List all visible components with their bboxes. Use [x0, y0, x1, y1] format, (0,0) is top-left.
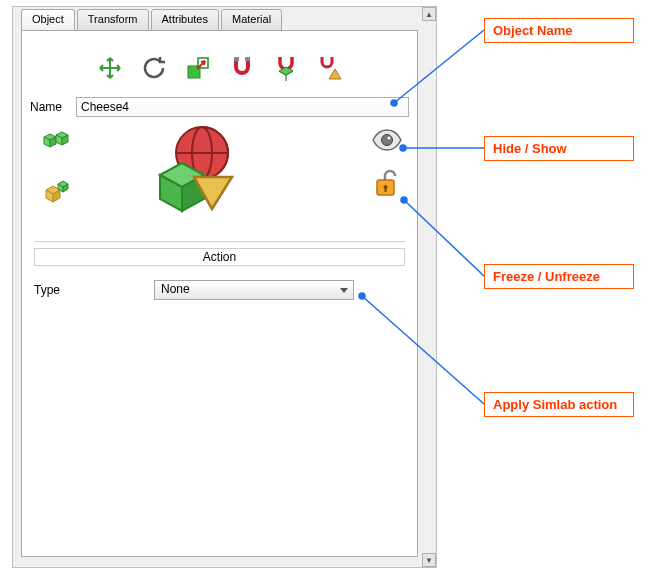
- move-icon[interactable]: [95, 53, 125, 83]
- svg-rect-3: [245, 57, 250, 61]
- eye-icon[interactable]: [371, 129, 403, 154]
- action-type-label: Type: [34, 283, 144, 297]
- snap-align-icon[interactable]: [315, 53, 345, 83]
- object-thumbnail: [140, 123, 260, 226]
- svg-point-7: [388, 137, 391, 140]
- svg-rect-2: [234, 57, 239, 61]
- divider: [34, 241, 405, 242]
- tab-attributes[interactable]: Attributes: [151, 9, 219, 31]
- transform-toolbar: [30, 39, 409, 91]
- action-type-value: None: [161, 282, 190, 296]
- rotate-icon[interactable]: [139, 53, 169, 83]
- callout-apply-action: Apply Simlab action: [484, 392, 634, 417]
- snap-icon[interactable]: [227, 53, 257, 83]
- scroll-up-button[interactable]: ▲: [422, 7, 436, 21]
- explode-icon[interactable]: [40, 178, 74, 211]
- snap-object-icon[interactable]: [271, 53, 301, 83]
- svg-point-6: [382, 135, 393, 146]
- tab-content: Name: [21, 30, 418, 557]
- tab-material[interactable]: Material: [221, 9, 282, 31]
- lock-icon[interactable]: [373, 168, 401, 201]
- svg-rect-10: [385, 187, 387, 192]
- name-label: Name: [30, 100, 70, 114]
- callout-freeze: Freeze / Unfreeze: [484, 264, 634, 289]
- object-preview-area: [30, 127, 409, 235]
- callout-hide-show: Hide / Show: [484, 136, 634, 161]
- tab-bar: Object Transform Attributes Material: [21, 9, 284, 31]
- action-type-row: Type None: [30, 266, 409, 314]
- name-input[interactable]: [76, 97, 409, 117]
- tab-object[interactable]: Object: [21, 9, 75, 31]
- scroll-down-button[interactable]: ▼: [422, 553, 436, 567]
- name-row: Name: [30, 97, 409, 117]
- assembly-icon[interactable]: [40, 127, 74, 160]
- callout-object-name: Object Name: [484, 18, 634, 43]
- action-type-select[interactable]: None: [154, 280, 354, 300]
- tab-transform[interactable]: Transform: [77, 9, 149, 31]
- properties-panel: ▲ ▼ Object Transform Attributes Material: [12, 6, 437, 568]
- scale-icon[interactable]: [183, 53, 213, 83]
- action-header: Action: [34, 248, 405, 266]
